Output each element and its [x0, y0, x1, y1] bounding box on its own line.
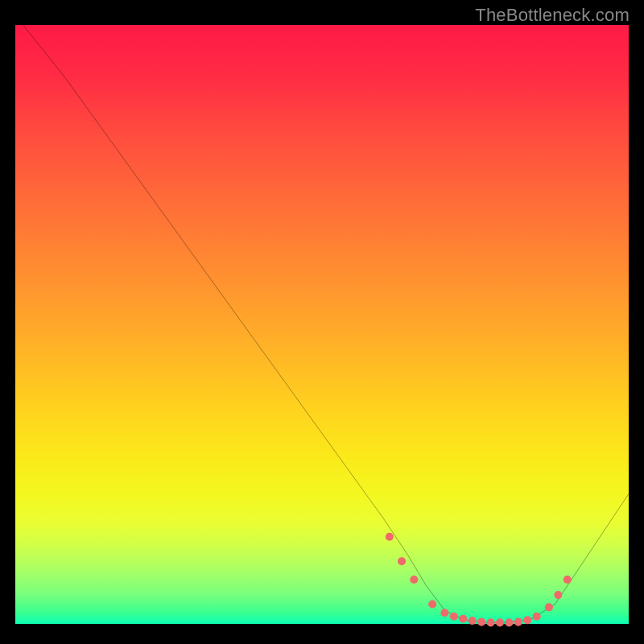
- sweet-spot-marker: [477, 618, 485, 626]
- sweet-spot-marker: [514, 618, 522, 626]
- sweet-spot-marker: [554, 591, 562, 599]
- sweet-spot-marker: [386, 533, 394, 541]
- sweet-spot-marker: [523, 616, 531, 624]
- watermark-text: TheBottleneck.com: [475, 5, 630, 26]
- sweet-spot-marker: [450, 613, 458, 621]
- sweet-spot-marker: [496, 618, 504, 626]
- sweet-spot-marker: [398, 557, 406, 565]
- sweet-spot-marker: [564, 576, 572, 584]
- bottleneck-chart: [15, 15, 629, 629]
- sweet-spot-marker: [459, 615, 467, 623]
- sweet-spot-markers: [386, 533, 572, 627]
- bottleneck-curve-line: [15, 15, 629, 622]
- sweet-spot-marker: [533, 613, 541, 621]
- sweet-spot-marker: [410, 576, 418, 584]
- sweet-spot-marker: [545, 603, 553, 611]
- sweet-spot-marker: [505, 618, 513, 626]
- sweet-spot-marker: [487, 618, 495, 626]
- sweet-spot-marker: [469, 617, 477, 625]
- chart-svg-layer: [15, 15, 629, 629]
- sweet-spot-marker: [440, 609, 448, 617]
- sweet-spot-marker: [428, 600, 436, 608]
